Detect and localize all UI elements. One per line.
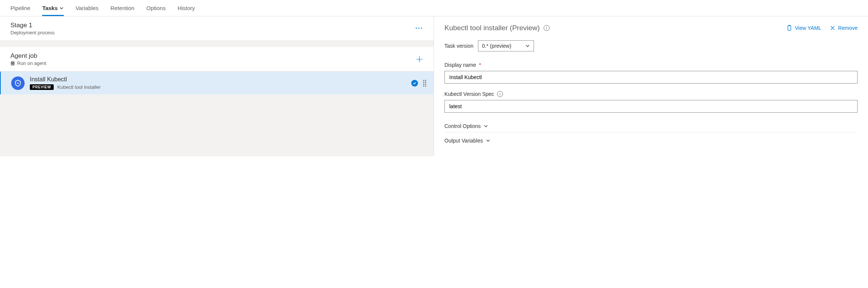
chevron-down-icon xyxy=(484,124,488,128)
control-options-toggle[interactable]: Control Options xyxy=(444,120,858,132)
tab-label: History xyxy=(177,5,195,11)
add-task-button[interactable] xyxy=(416,56,423,63)
agent-job-title: Agent job xyxy=(10,52,46,60)
chevron-down-icon xyxy=(486,138,490,143)
tab-label: Variables xyxy=(76,5,98,11)
svg-rect-4 xyxy=(788,26,791,30)
task-description: Kubectl tool installer xyxy=(57,84,101,90)
info-icon[interactable]: i xyxy=(497,91,503,97)
tab-label: Tasks xyxy=(42,5,57,11)
required-indicator: * xyxy=(479,62,481,68)
info-icon[interactable]: i xyxy=(544,25,550,31)
stage-subtitle: Deployment process xyxy=(10,30,55,35)
output-variables-toggle[interactable]: Output Variables xyxy=(444,135,858,147)
preview-badge: PREVIEW xyxy=(30,84,54,90)
remove-label: Remove xyxy=(838,25,858,31)
task-name: Install Kubectl xyxy=(30,76,101,83)
clipboard-icon xyxy=(786,25,792,31)
version-spec-input[interactable] xyxy=(444,100,858,113)
tab-label: Pipeline xyxy=(10,5,30,11)
tab-variables[interactable]: Variables xyxy=(76,0,98,16)
tab-options[interactable]: Options xyxy=(146,0,166,16)
display-name-input[interactable] xyxy=(444,71,858,84)
tab-label: Options xyxy=(146,5,166,11)
svg-rect-0 xyxy=(11,62,15,63)
check-icon xyxy=(411,80,418,87)
tab-tasks[interactable]: Tasks xyxy=(42,0,63,16)
svg-rect-1 xyxy=(11,63,15,64)
version-spec-label: Kubectl Version Spec i xyxy=(444,91,858,97)
drag-handle[interactable] xyxy=(423,80,426,87)
server-icon xyxy=(10,61,15,66)
tab-retention[interactable]: Retention xyxy=(110,0,134,16)
agent-job-subtitle: Run on agent xyxy=(17,60,46,66)
version-spec-label-text: Kubectl Version Spec xyxy=(444,91,494,97)
display-name-label-text: Display name xyxy=(444,62,476,68)
display-name-label: Display name * xyxy=(444,62,858,68)
remove-button[interactable]: Remove xyxy=(830,25,858,31)
tab-pipeline[interactable]: Pipeline xyxy=(10,0,30,16)
stage-header: Stage 1 Deployment process ··· xyxy=(0,16,434,41)
task-version-select[interactable]: 0.* (preview) xyxy=(478,40,534,51)
agent-job-row[interactable]: Agent job Run on agent xyxy=(0,47,434,72)
chevron-down-icon xyxy=(59,6,64,10)
chevron-down-icon xyxy=(525,44,530,48)
view-yaml-label: View YAML xyxy=(795,25,821,31)
task-version-label: Task version xyxy=(444,43,474,49)
view-yaml-button[interactable]: View YAML xyxy=(786,25,821,31)
kubernetes-icon xyxy=(11,76,25,90)
task-row-install-kubectl[interactable]: Install Kubectl PREVIEW Kubectl tool ins… xyxy=(0,72,434,94)
close-icon xyxy=(830,25,836,31)
output-variables-label: Output Variables xyxy=(444,138,483,144)
stage-title: Stage 1 xyxy=(10,22,55,29)
task-version-value: 0.* (preview) xyxy=(482,43,512,49)
svg-rect-2 xyxy=(11,65,15,65)
control-options-label: Control Options xyxy=(444,123,481,129)
svg-point-3 xyxy=(17,82,19,84)
tab-label: Retention xyxy=(110,5,134,11)
detail-title: Kubectl tool installer (Preview) xyxy=(444,24,540,32)
tab-bar: Pipeline Tasks Variables Retention Optio… xyxy=(0,0,868,16)
tab-history[interactable]: History xyxy=(177,0,195,16)
more-actions-button[interactable]: ··· xyxy=(415,25,423,32)
